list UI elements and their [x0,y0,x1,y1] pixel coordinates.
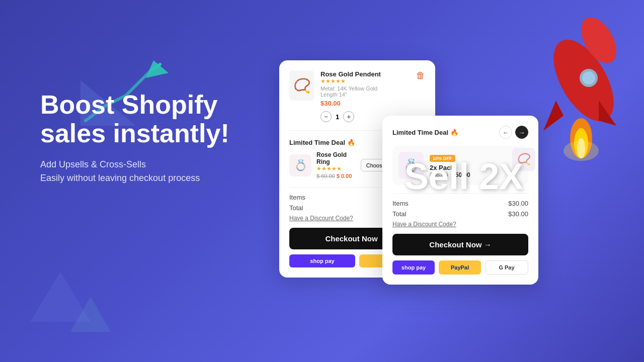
items-value-front: $30.00 [508,200,528,207]
ltd-front-header: Limited Time Deal 🔥 ← → [392,126,528,139]
cart-item-price: $30.00 [320,100,410,107]
items-row-front: Items $30.00 [392,200,528,207]
ltd-product-info: Rose Gold Ring ★★★★★ $ 60.00 $ 0.00 [316,151,356,179]
cart-item-stars: ★★★★★ [320,78,410,84]
left-content: Boost Shopify sales instantly! Add Upsel… [40,90,252,185]
items-label: Items [289,194,305,201]
qty-decrease-btn[interactable]: − [320,111,332,122]
qty-increase-btn[interactable]: + [343,111,354,122]
ltd-product-name: Rose Gold Ring [316,151,356,165]
total-label: Total [289,204,303,212]
ltd-front-title: Limited Time Deal 🔥 [392,129,458,136]
sub-text: Add Upsells & Cross-Sells Easily without… [40,158,252,185]
front-cart-widget: Limited Time Deal 🔥 ← → 💍 10% OFF 2x Pac… [382,116,538,285]
discount-link-front[interactable]: Have a Discount Code? [392,221,528,228]
cart-item-image: 📿 [289,70,314,101]
ltd-old-price: $ 60.00 [316,173,335,179]
pendant-icon: 📿 [293,77,311,94]
svg-marker-5 [543,101,564,131]
checkout-btn-front[interactable]: Checkout Now → [392,234,528,255]
gpay-btn-front[interactable]: G Pay [485,260,528,275]
cart-item-meta: Metal: 14K Yellow GoldLength 14" [320,85,410,98]
sell-2x-text: Sell 2X [405,156,523,197]
ltd-prices: $ 60.00 $ 0.00 [316,173,356,179]
shoppay-btn-back[interactable]: shop pay [289,254,355,267]
ltd-new-price: $ 0.00 [337,173,352,179]
payment-row-front: shop pay PayPal G Pay [392,260,528,275]
summary-front: Items $30.00 Total $30.00 Have a Discoun… [392,193,528,275]
qty-value: 1 [336,113,339,121]
delete-item-icon[interactable]: 🗑 [416,70,425,81]
svg-point-8 [582,71,595,84]
bg-triangle-right [70,297,111,332]
cart-item-info: Rose Gold Pendent ★★★★★ Metal: 14K Yello… [320,70,410,122]
total-label-front: Total [392,210,406,218]
next-arrow-btn[interactable]: → [515,126,528,139]
nav-arrows: ← → [499,126,528,139]
svg-point-12 [564,141,599,161]
svg-marker-0 [146,60,169,78]
paypal-btn-front[interactable]: PayPal [439,260,481,275]
shoppay-btn-front[interactable]: shop pay [392,260,435,275]
items-label-front: Items [392,200,409,207]
total-row-front: Total $30.00 [392,210,528,218]
main-title: Boost Shopify sales instantly! [40,90,252,148]
ltd-stars: ★★★★★ [316,165,356,172]
ltd-product-image: 💍 [289,154,311,176]
prev-arrow-btn[interactable]: ← [499,126,512,139]
total-value-front: $30.00 [508,210,528,218]
cart-item-name: Rose Gold Pendent [320,70,410,78]
